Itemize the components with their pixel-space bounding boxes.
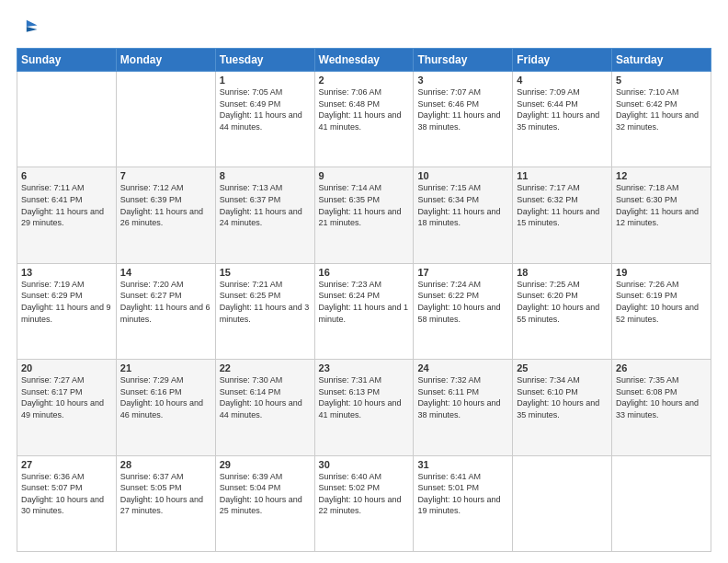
- logo-icon: [18, 17, 39, 37]
- day-number: 13: [21, 267, 112, 278]
- day-info: Sunrise: 6:41 AMSunset: 5:01 PMDaylight:…: [417, 471, 508, 517]
- day-number: 1: [220, 75, 311, 86]
- day-info: Sunrise: 6:37 AMSunset: 5:05 PMDaylight:…: [120, 471, 211, 517]
- day-info: Sunrise: 7:15 AMSunset: 6:34 PMDaylight:…: [417, 182, 508, 228]
- day-info: Sunrise: 7:30 AMSunset: 6:14 PMDaylight:…: [220, 374, 311, 420]
- table-row: 10Sunrise: 7:15 AMSunset: 6:34 PMDayligh…: [414, 167, 513, 263]
- table-row: 1Sunrise: 7:05 AMSunset: 6:49 PMDaylight…: [215, 72, 314, 167]
- col-friday: Friday: [513, 49, 612, 72]
- day-info: Sunrise: 7:26 AMSunset: 6:19 PMDaylight:…: [616, 279, 707, 325]
- day-number: 3: [417, 75, 508, 86]
- day-number: 26: [616, 362, 707, 373]
- day-number: 28: [120, 459, 211, 470]
- day-number: 23: [319, 362, 410, 373]
- table-row: 5Sunrise: 7:10 AMSunset: 6:42 PMDaylight…: [612, 72, 711, 167]
- table-row: 29Sunrise: 6:39 AMSunset: 5:04 PMDayligh…: [215, 455, 314, 551]
- day-number: 4: [517, 75, 608, 86]
- table-row: 15Sunrise: 7:21 AMSunset: 6:25 PMDayligh…: [215, 263, 314, 359]
- table-row: 26Sunrise: 7:35 AMSunset: 6:08 PMDayligh…: [612, 360, 711, 455]
- table-row: 6Sunrise: 7:11 AMSunset: 6:41 PMDaylight…: [17, 167, 117, 263]
- table-row: 4Sunrise: 7:09 AMSunset: 6:44 PMDaylight…: [513, 72, 612, 167]
- table-row: 21Sunrise: 7:29 AMSunset: 6:16 PMDayligh…: [116, 360, 215, 455]
- table-row: 19Sunrise: 7:26 AMSunset: 6:19 PMDayligh…: [612, 263, 711, 359]
- day-info: Sunrise: 7:25 AMSunset: 6:20 PMDaylight:…: [517, 279, 608, 325]
- day-info: Sunrise: 7:17 AMSunset: 6:32 PMDaylight:…: [517, 182, 608, 228]
- table-row: [116, 72, 215, 167]
- day-number: 7: [120, 170, 211, 181]
- day-info: Sunrise: 7:12 AMSunset: 6:39 PMDaylight:…: [120, 182, 211, 228]
- day-number: 29: [220, 459, 311, 470]
- day-number: 5: [616, 75, 707, 86]
- day-number: 14: [120, 267, 211, 278]
- day-info: Sunrise: 7:21 AMSunset: 6:25 PMDaylight:…: [220, 279, 311, 325]
- table-row: [513, 455, 612, 551]
- day-info: Sunrise: 7:11 AMSunset: 6:41 PMDaylight:…: [21, 182, 112, 228]
- day-info: Sunrise: 6:36 AMSunset: 5:07 PMDaylight:…: [21, 471, 112, 517]
- table-row: 18Sunrise: 7:25 AMSunset: 6:20 PMDayligh…: [513, 263, 612, 359]
- table-row: 7Sunrise: 7:12 AMSunset: 6:39 PMDaylight…: [116, 167, 215, 263]
- table-row: 30Sunrise: 6:40 AMSunset: 5:02 PMDayligh…: [314, 455, 414, 551]
- day-number: 9: [319, 170, 410, 181]
- col-sunday: Sunday: [17, 49, 117, 72]
- table-row: 9Sunrise: 7:14 AMSunset: 6:35 PMDaylight…: [314, 167, 414, 263]
- day-info: Sunrise: 7:23 AMSunset: 6:24 PMDaylight:…: [319, 279, 410, 325]
- day-number: 31: [417, 459, 508, 470]
- table-row: 14Sunrise: 7:20 AMSunset: 6:27 PMDayligh…: [116, 263, 215, 359]
- day-info: Sunrise: 7:06 AMSunset: 6:48 PMDaylight:…: [319, 86, 410, 132]
- table-row: 20Sunrise: 7:27 AMSunset: 6:17 PMDayligh…: [17, 360, 117, 455]
- header: [17, 17, 711, 39]
- logo: [17, 17, 39, 39]
- day-number: 12: [616, 170, 707, 181]
- table-row: [17, 72, 117, 167]
- day-number: 18: [517, 267, 608, 278]
- svg-marker-1: [27, 27, 38, 32]
- page: Sunday Monday Tuesday Wednesday Thursday…: [0, 0, 728, 563]
- day-number: 15: [220, 267, 311, 278]
- table-row: 22Sunrise: 7:30 AMSunset: 6:14 PMDayligh…: [215, 360, 314, 455]
- table-row: 3Sunrise: 7:07 AMSunset: 6:46 PMDaylight…: [414, 72, 513, 167]
- day-number: 20: [21, 362, 112, 373]
- table-row: [612, 455, 711, 551]
- table-row: 13Sunrise: 7:19 AMSunset: 6:29 PMDayligh…: [17, 263, 117, 359]
- table-row: 12Sunrise: 7:18 AMSunset: 6:30 PMDayligh…: [612, 167, 711, 263]
- day-info: Sunrise: 7:07 AMSunset: 6:46 PMDaylight:…: [417, 86, 508, 132]
- day-info: Sunrise: 7:09 AMSunset: 6:44 PMDaylight:…: [517, 86, 608, 132]
- col-tuesday: Tuesday: [215, 49, 314, 72]
- day-number: 24: [417, 362, 508, 373]
- day-info: Sunrise: 7:32 AMSunset: 6:11 PMDaylight:…: [417, 374, 508, 420]
- table-row: 11Sunrise: 7:17 AMSunset: 6:32 PMDayligh…: [513, 167, 612, 263]
- col-monday: Monday: [116, 49, 215, 72]
- day-info: Sunrise: 7:13 AMSunset: 6:37 PMDaylight:…: [220, 182, 311, 228]
- table-row: 28Sunrise: 6:37 AMSunset: 5:05 PMDayligh…: [116, 455, 215, 551]
- day-info: Sunrise: 6:40 AMSunset: 5:02 PMDaylight:…: [319, 471, 410, 517]
- day-number: 11: [517, 170, 608, 181]
- day-number: 22: [220, 362, 311, 373]
- day-info: Sunrise: 6:39 AMSunset: 5:04 PMDaylight:…: [220, 471, 311, 517]
- day-number: 21: [120, 362, 211, 373]
- table-row: 27Sunrise: 6:36 AMSunset: 5:07 PMDayligh…: [17, 455, 117, 551]
- col-wednesday: Wednesday: [314, 49, 414, 72]
- calendar-header-row: Sunday Monday Tuesday Wednesday Thursday…: [17, 49, 711, 72]
- table-row: 2Sunrise: 7:06 AMSunset: 6:48 PMDaylight…: [314, 72, 414, 167]
- day-info: Sunrise: 7:34 AMSunset: 6:10 PMDaylight:…: [517, 374, 608, 420]
- col-saturday: Saturday: [612, 49, 711, 72]
- table-row: 25Sunrise: 7:34 AMSunset: 6:10 PMDayligh…: [513, 360, 612, 455]
- day-number: 30: [319, 459, 410, 470]
- day-number: 27: [21, 459, 112, 470]
- day-info: Sunrise: 7:18 AMSunset: 6:30 PMDaylight:…: [616, 182, 707, 228]
- day-number: 8: [220, 170, 311, 181]
- col-thursday: Thursday: [414, 49, 513, 72]
- day-info: Sunrise: 7:29 AMSunset: 6:16 PMDaylight:…: [120, 374, 211, 420]
- day-info: Sunrise: 7:31 AMSunset: 6:13 PMDaylight:…: [319, 374, 410, 420]
- table-row: 23Sunrise: 7:31 AMSunset: 6:13 PMDayligh…: [314, 360, 414, 455]
- table-row: 8Sunrise: 7:13 AMSunset: 6:37 PMDaylight…: [215, 167, 314, 263]
- day-info: Sunrise: 7:10 AMSunset: 6:42 PMDaylight:…: [616, 86, 707, 132]
- table-row: 16Sunrise: 7:23 AMSunset: 6:24 PMDayligh…: [314, 263, 414, 359]
- calendar-table: Sunday Monday Tuesday Wednesday Thursday…: [17, 48, 711, 552]
- day-info: Sunrise: 7:14 AMSunset: 6:35 PMDaylight:…: [319, 182, 410, 228]
- day-number: 10: [417, 170, 508, 181]
- table-row: 24Sunrise: 7:32 AMSunset: 6:11 PMDayligh…: [414, 360, 513, 455]
- day-number: 6: [21, 170, 112, 181]
- day-info: Sunrise: 7:19 AMSunset: 6:29 PMDaylight:…: [21, 279, 112, 325]
- day-info: Sunrise: 7:27 AMSunset: 6:17 PMDaylight:…: [21, 374, 112, 420]
